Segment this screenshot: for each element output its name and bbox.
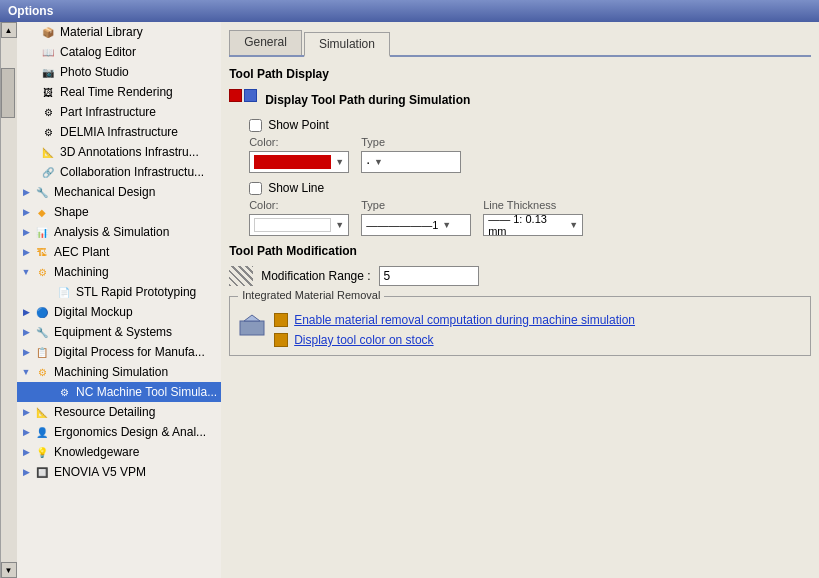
point-color-type-row: Color: ▼ Type · ▼	[249, 136, 811, 173]
line-type-group: Type ——————1 ▼	[361, 199, 471, 236]
sidebar-item-material-library[interactable]: 📦 Material Library	[16, 22, 221, 42]
line-color-type-thickness-row: Color: ▼ Type ——————1 ▼ Line Thickness	[249, 199, 811, 236]
enable-material-label[interactable]: Enable material removal computation duri…	[294, 313, 635, 327]
modification-range-input[interactable]	[379, 266, 479, 286]
part-infra-icon: ⚙	[40, 104, 56, 120]
sidebar: ▲ ▼ 📦 Material Library 📖 Catalog Editor …	[0, 22, 221, 578]
sidebar-item-mechanical-design[interactable]: ▶ 🔧 Mechanical Design	[16, 182, 221, 202]
expand-arrow-icon: ▶	[20, 246, 32, 258]
shape-icon: ◆	[34, 204, 50, 220]
thickness-select[interactable]: —— 1: 0.13 mm ▼	[483, 214, 583, 236]
resource-detailing-icon: 📐	[34, 404, 50, 420]
tab-simulation[interactable]: Simulation	[304, 32, 390, 57]
material-rows: Enable material removal computation duri…	[238, 313, 802, 347]
machining-icon: ⚙	[34, 264, 50, 280]
left-scrollbar[interactable]: ▲ ▼	[0, 22, 16, 578]
sidebar-item-aec-plant[interactable]: ▶ 🏗 AEC Plant	[16, 242, 221, 262]
material-removal-icon	[238, 313, 266, 341]
sidebar-item-shape[interactable]: ▶ ◆ Shape	[16, 202, 221, 222]
type-select-1[interactable]: · ▼	[361, 151, 461, 173]
sidebar-item-label: 3D Annotations Infrastru...	[60, 145, 199, 159]
type-select-2[interactable]: ——————1 ▼	[361, 214, 471, 236]
sidebar-item-machining-simulation[interactable]: ▼ ⚙ Machining Simulation	[16, 362, 221, 382]
expand-arrow-icon: ▶	[20, 406, 32, 418]
display-tool-icon	[274, 333, 288, 347]
show-line-checkbox[interactable]	[249, 182, 262, 195]
sidebar-item-label: Machining Simulation	[54, 365, 168, 379]
modification-range-label: Modification Range :	[261, 269, 370, 283]
sidebar-item-label: AEC Plant	[54, 245, 109, 259]
scroll-up-button[interactable]: ▲	[1, 22, 17, 38]
tool-path-display-header: Tool Path Display	[229, 67, 811, 81]
photo-studio-icon: 📷	[40, 64, 56, 80]
sidebar-item-collaboration[interactable]: 🔗 Collaboration Infrastructu...	[16, 162, 221, 182]
expand-arrow-icon: ▶	[20, 226, 32, 238]
tool-path-modification-section: Tool Path Modification Modification Rang…	[229, 244, 811, 286]
sidebar-item-knowledgeware[interactable]: ▶ 💡 Knowledgeware	[16, 442, 221, 462]
tool-path-icon-red	[229, 89, 242, 102]
sidebar-item-ergonomics[interactable]: ▶ 👤 Ergonomics Design & Anal...	[16, 422, 221, 442]
sidebar-item-label: Part Infrastructure	[60, 105, 156, 119]
sidebar-item-delmia-infrastructure[interactable]: ⚙ DELMIA Infrastructure	[16, 122, 221, 142]
material-content: Enable material removal computation duri…	[274, 313, 635, 347]
sidebar-item-catalog-editor[interactable]: 📖 Catalog Editor	[16, 42, 221, 62]
display-tool-color-row: Display tool color on stock	[274, 333, 635, 347]
sidebar-item-machining[interactable]: ▼ ⚙ Machining	[16, 262, 221, 282]
scroll-down-button[interactable]: ▼	[1, 562, 17, 578]
sidebar-item-label: Shape	[54, 205, 89, 219]
sidebar-item-enovia-vpm[interactable]: ▶ 🔲 ENOVIA V5 VPM	[16, 462, 221, 482]
sidebar-item-3d-annotations[interactable]: 📐 3D Annotations Infrastru...	[16, 142, 221, 162]
sidebar-item-nc-machine-tool[interactable]: ⚙ NC Machine Tool Simula...	[16, 382, 221, 402]
display-tool-path-icons	[229, 89, 259, 102]
line-thickness-group: Line Thickness —— 1: 0.13 mm ▼	[483, 199, 583, 236]
color-label-1: Color:	[249, 136, 349, 148]
tab-general[interactable]: General	[229, 30, 302, 55]
show-line-label: Show Line	[268, 181, 324, 195]
sidebar-item-resource-detailing[interactable]: ▶ 📐 Resource Detailing	[16, 402, 221, 422]
sidebar-item-label: DELMIA Infrastructure	[60, 125, 178, 139]
machining-sim-icon: ⚙	[34, 364, 50, 380]
analysis-icon: 📊	[34, 224, 50, 240]
scroll-handle[interactable]	[1, 68, 15, 118]
sidebar-item-equipment-systems[interactable]: ▶ 🔧 Equipment & Systems	[16, 322, 221, 342]
delmia-icon: ⚙	[40, 124, 56, 140]
sidebar-item-photo-studio[interactable]: 📷 Photo Studio	[16, 62, 221, 82]
point-color-group: Color: ▼	[249, 136, 349, 173]
color-label-2: Color:	[249, 199, 349, 211]
type-label-2: Type	[361, 199, 471, 211]
display-tool-color-label[interactable]: Display tool color on stock	[294, 333, 433, 347]
title-text: Options	[8, 4, 53, 18]
stl-icon: 📄	[56, 284, 72, 300]
sidebar-item-label: Analysis & Simulation	[54, 225, 169, 239]
sidebar-item-label: Mechanical Design	[54, 185, 155, 199]
expand-arrow-icon: ▶	[20, 346, 32, 358]
svg-rect-0	[240, 321, 264, 335]
nc-machine-icon: ⚙	[56, 384, 72, 400]
show-point-checkbox[interactable]	[249, 119, 262, 132]
digital-mockup-icon: 🔵	[34, 304, 50, 320]
type-dropdown-arrow-2: ▼	[442, 220, 451, 230]
show-point-row: Show Point	[249, 118, 811, 132]
thickness-dropdown-arrow: ▼	[569, 220, 578, 230]
color-button-1[interactable]: ▼	[249, 151, 349, 173]
expand-arrow-icon: ▶	[20, 426, 32, 438]
sidebar-item-stl-rapid[interactable]: 📄 STL Rapid Prototyping	[16, 282, 221, 302]
type-value-2: ——————1	[366, 219, 438, 231]
sidebar-item-digital-process[interactable]: ▶ 📋 Digital Process for Manufa...	[16, 342, 221, 362]
color-button-2[interactable]: ▼	[249, 214, 349, 236]
sidebar-item-digital-mockup[interactable]: ▶ 🔵 Digital Mockup	[16, 302, 221, 322]
color-dropdown-arrow-2: ▼	[335, 220, 344, 230]
catalog-editor-icon: 📖	[40, 44, 56, 60]
sidebar-item-label: Machining	[54, 265, 109, 279]
show-point-label: Show Point	[268, 118, 329, 132]
sidebar-item-analysis-simulation[interactable]: ▶ 📊 Analysis & Simulation	[16, 222, 221, 242]
thickness-label: Line Thickness	[483, 199, 583, 211]
type-value-1: ·	[366, 154, 370, 170]
sidebar-item-label: STL Rapid Prototyping	[76, 285, 196, 299]
main-window: ▲ ▼ 📦 Material Library 📖 Catalog Editor …	[0, 22, 819, 578]
sidebar-item-label: ENOVIA V5 VPM	[54, 465, 146, 479]
tool-path-display-section: Tool Path Display Display Tool Path duri…	[229, 67, 811, 236]
modification-row: Modification Range :	[229, 266, 811, 286]
sidebar-item-real-time-rendering[interactable]: 🖼 Real Time Rendering	[16, 82, 221, 102]
sidebar-item-part-infrastructure[interactable]: ⚙ Part Infrastructure	[16, 102, 221, 122]
